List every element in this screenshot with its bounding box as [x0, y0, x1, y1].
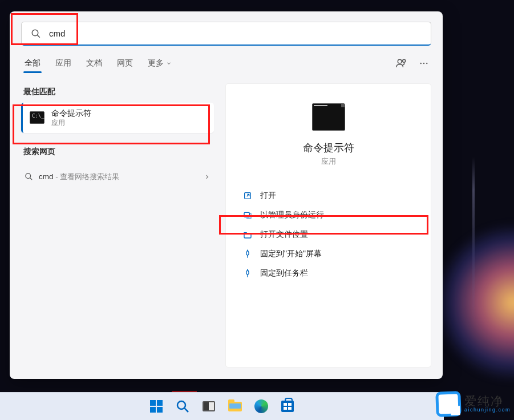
tab-documents[interactable]: 文档: [85, 55, 103, 72]
cmd-preview-icon: [312, 103, 345, 131]
edge-button[interactable]: [250, 395, 273, 418]
results-left-column: 最佳匹配 C:\_ 命令提示符 应用 搜索网页 cmd - 查看网络搜索结果: [21, 83, 214, 368]
svg-point-11: [177, 401, 185, 409]
svg-point-2: [398, 59, 402, 63]
svg-point-5: [423, 63, 424, 64]
more-options-icon[interactable]: [419, 58, 429, 68]
edge-icon: [254, 399, 268, 413]
pin-icon: [243, 269, 252, 278]
search-input[interactable]: [49, 29, 424, 38]
watermark-text: 爱纯净: [464, 395, 511, 407]
search-icon: [31, 29, 41, 39]
best-match-title: 命令提示符: [51, 108, 91, 119]
web-search-result[interactable]: cmd - 查看网络搜索结果: [21, 166, 214, 188]
chevron-down-icon: [166, 60, 172, 66]
svg-line-1: [38, 35, 40, 37]
windows-search-panel: 全部 应用 文档 网页 更多 最佳匹配 C:\_ 命令提示符 应用: [10, 11, 443, 379]
cmd-app-icon: C:\_: [30, 111, 44, 124]
svg-point-3: [403, 59, 406, 62]
svg-point-4: [420, 63, 422, 64]
folder-icon: [243, 230, 252, 239]
svg-point-0: [32, 30, 38, 36]
svg-point-7: [26, 173, 31, 179]
preview-actions: 打开 以管理员身份运行 打开文件位置: [240, 186, 417, 283]
action-open[interactable]: 打开: [240, 186, 417, 205]
ms-store-icon: [281, 401, 294, 412]
web-result-suffix: - 查看网络搜索结果: [54, 172, 120, 181]
start-button[interactable]: [145, 395, 168, 418]
action-pin-to-start[interactable]: 固定到"开始"屏幕: [240, 244, 417, 264]
section-best-match: 最佳匹配: [21, 83, 214, 103]
section-search-web: 搜索网页: [21, 143, 214, 163]
watermark-logo-icon: [435, 391, 462, 417]
search-filter-row: 全部 应用 文档 网页 更多: [10, 52, 443, 73]
action-pin-to-taskbar[interactable]: 固定到任务栏: [240, 264, 417, 283]
preview-subtitle: 应用: [321, 157, 336, 167]
tab-apps[interactable]: 应用: [54, 55, 72, 72]
tab-all[interactable]: 全部: [23, 55, 42, 72]
preview-title: 命令提示符: [303, 141, 354, 155]
svg-line-12: [184, 408, 188, 412]
ms-store-button[interactable]: [276, 395, 299, 418]
svg-point-6: [426, 63, 427, 64]
best-match-result[interactable]: C:\_ 命令提示符 应用: [21, 103, 214, 133]
admin-shield-icon: [243, 211, 252, 220]
pin-icon: [243, 249, 252, 259]
web-result-query: cmd: [39, 172, 54, 181]
search-icon: [176, 399, 189, 413]
chevron-right-icon: [204, 173, 211, 180]
file-explorer-icon: [228, 402, 242, 411]
task-view-button[interactable]: [197, 395, 220, 418]
taskbar-search-button[interactable]: [171, 395, 194, 418]
search-icon: [25, 172, 33, 181]
task-view-icon: [203, 401, 215, 411]
open-icon: [243, 191, 252, 200]
watermark-domain: aichunjing.com: [464, 407, 511, 413]
tab-more[interactable]: 更多: [147, 55, 173, 72]
image-watermark: 爱纯净 aichunjing.com: [436, 391, 511, 417]
action-open-file-location[interactable]: 打开文件位置: [240, 225, 417, 244]
file-explorer-button[interactable]: [224, 395, 246, 418]
result-preview-pane: 命令提示符 应用 打开 以管理员身份运行: [225, 83, 431, 368]
svg-line-8: [30, 178, 32, 180]
tab-web[interactable]: 网页: [116, 55, 134, 72]
account-icon[interactable]: [396, 58, 407, 69]
windows-taskbar: [0, 392, 444, 420]
search-box[interactable]: [21, 22, 431, 46]
windows-logo-icon: [150, 400, 163, 413]
svg-rect-10: [244, 212, 249, 217]
best-match-subtitle: 应用: [51, 119, 91, 127]
action-run-as-admin[interactable]: 以管理员身份运行: [240, 205, 417, 225]
